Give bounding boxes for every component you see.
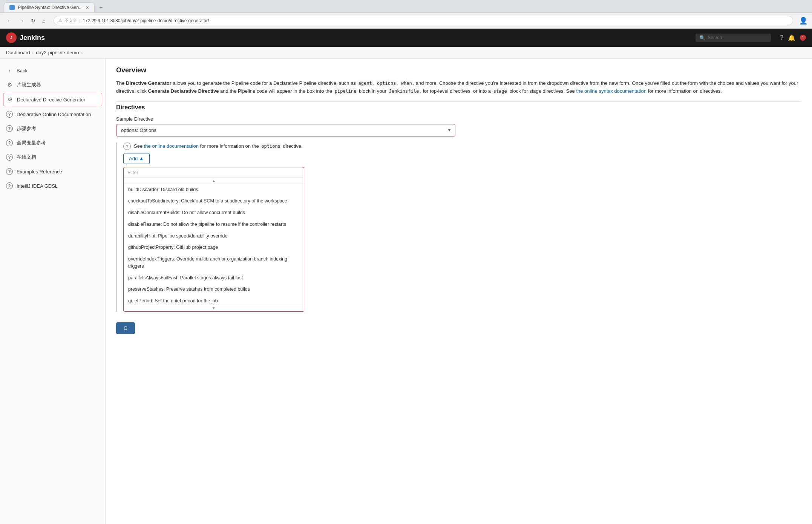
breadcrumb-sep-1: ›	[32, 51, 34, 55]
header-icons: ? 🔔 1	[780, 34, 806, 41]
overview-text-8: , for top-level directives, or into a	[420, 88, 492, 94]
sidebar-item-steps-reference[interactable]: ? 步骤参考	[0, 121, 105, 136]
breadcrumb-pipeline-demo[interactable]: day2-pipeline-demo	[36, 50, 79, 55]
overview-text-2: allows you to generate the Pipeline code…	[172, 80, 357, 86]
reload-button[interactable]: ↻	[29, 17, 38, 25]
sample-directive-wrapper: options: Options ▼	[116, 124, 455, 136]
dropdown-item-0[interactable]: buildDiscarder: Discard old builds	[124, 184, 304, 196]
overview-paragraph: The Directive Generator allows you to ge…	[116, 80, 801, 95]
question-icon-global: ?	[6, 139, 13, 146]
jenkins-header: J Jenkins 🔍 ? 🔔 1	[0, 29, 812, 47]
options-section: ? See the online documentation for more …	[116, 142, 801, 312]
question-icon-steps: ?	[6, 125, 13, 132]
help-text-prefix: See	[134, 143, 144, 149]
filter-dropdown: ▲ buildDiscarder: Discard old buildschec…	[123, 167, 304, 312]
gear-icon-snippet: ⚙	[6, 81, 13, 88]
sidebar-item-examples[interactable]: ? Examples Reference	[0, 164, 105, 179]
overview-code-2: options	[376, 80, 397, 86]
security-icon: ⚠	[58, 18, 62, 23]
overview-text-6: and the Pipeline code will appear in the…	[219, 88, 333, 94]
dropdown-item-5[interactable]: githubProjectProperty: GitHub project pa…	[124, 242, 304, 253]
security-label: 不安全	[64, 18, 77, 23]
jenkins-logo-icon: J	[6, 32, 17, 43]
sidebar-item-snippet-generator[interactable]: ⚙ 片段生成器	[0, 78, 105, 92]
overview-text-10: for more information on directives.	[647, 88, 722, 94]
sample-directive-select[interactable]: options: Options	[116, 124, 455, 136]
help-code: options	[260, 143, 282, 149]
help-icon[interactable]: ?	[780, 34, 783, 41]
active-tab[interactable]: Pipeline Syntax: Directive Gen... ✕	[4, 2, 95, 12]
search-input[interactable]	[708, 35, 767, 40]
dropdown-item-7[interactable]: parallelsAlwaysFailFast: Parallel stages…	[124, 272, 304, 284]
sidebar-label-steps: 步骤参考	[17, 125, 36, 132]
home-button[interactable]: ⌂	[40, 17, 47, 25]
overview-code-1: agent	[357, 80, 373, 86]
sidebar-item-back[interactable]: ↑ Back	[0, 63, 105, 78]
dropdown-item-6[interactable]: overrideIndexTriggers: Override multibra…	[124, 253, 304, 272]
content-area: Overview The Directive Generator allows …	[106, 59, 812, 524]
dropdown-item-1[interactable]: checkoutToSubdirectory: Check out SCM to…	[124, 195, 304, 207]
notification-icon[interactable]: 🔔	[788, 34, 795, 41]
sidebar-item-global-variables[interactable]: ? 全局变量参考	[0, 136, 105, 150]
new-tab-button[interactable]: +	[96, 3, 106, 12]
overview-code-3: when	[400, 80, 413, 86]
notification-badge: 1	[800, 35, 806, 41]
overview-code-4: pipeline	[334, 88, 358, 94]
overview-text-3: ,	[373, 80, 376, 86]
overview-text-1: The	[116, 80, 126, 86]
options-help-text: See the online documentation for more in…	[134, 143, 303, 149]
question-icon-intellij: ?	[6, 182, 13, 189]
scroll-down-indicator[interactable]: ▼	[124, 305, 304, 311]
add-button[interactable]: Add ▲	[123, 153, 150, 164]
scroll-up-indicator[interactable]: ▲	[124, 178, 304, 184]
jenkins-logo: J Jenkins	[6, 32, 45, 43]
help-question-icon[interactable]: ?	[123, 142, 131, 150]
filter-input-wrap	[124, 167, 304, 178]
sidebar-item-intellij[interactable]: ? IntelliJ IDEA GDSL	[0, 179, 105, 193]
nav-controls: ← → ↻ ⌂	[5, 17, 47, 25]
dropdown-list: buildDiscarder: Discard old buildschecko…	[124, 184, 304, 305]
forward-button[interactable]: →	[17, 17, 26, 25]
dropdown-item-9[interactable]: quietPeriod: Set the quiet period for th…	[124, 295, 304, 305]
url-bar[interactable]: ⚠ 不安全 | 172.29.9.101:8080/job/day2-pipel…	[54, 16, 793, 25]
back-button[interactable]: ←	[5, 17, 14, 25]
question-icon-examples: ?	[6, 168, 13, 175]
overview-code-5: Jenkinsfile	[388, 88, 420, 94]
directives-title: Directives	[116, 101, 801, 111]
breadcrumb-sep-2: ›	[81, 51, 83, 55]
help-text-middle: for more information on the	[199, 143, 260, 149]
overview-bold-1: Directive Generator	[126, 80, 172, 86]
browser-bar: ← → ↻ ⌂ ⚠ 不安全 | 172.29.9.101:8080/job/da…	[0, 13, 812, 29]
generate-button[interactable]: G	[116, 322, 135, 334]
search-box[interactable]: 🔍	[696, 34, 771, 42]
search-icon: 🔍	[699, 35, 705, 41]
overview-text-4: ,	[397, 80, 400, 86]
sidebar-item-declarative-docs[interactable]: ? Declarative Online Documentation	[0, 107, 105, 121]
sample-directive-label: Sample Directive	[116, 116, 801, 122]
dropdown-item-8[interactable]: preserveStashes: Preserve stashes from c…	[124, 283, 304, 295]
dropdown-item-2[interactable]: disableConcurrentBuilds: Do not allow co…	[124, 207, 304, 219]
sidebar-label-global: 全局变量参考	[17, 139, 46, 146]
sidebar-item-directive-generator[interactable]: ⚙ Declarative Directive Generator	[3, 93, 102, 106]
sidebar-item-online-docs[interactable]: ? 在线文档	[0, 150, 105, 164]
overview-text-9: block for stage directives. See	[508, 88, 576, 94]
jenkins-logo-text: Jenkins	[20, 34, 45, 42]
sidebar-label-examples: Examples Reference	[17, 169, 62, 175]
dropdown-item-3[interactable]: disableResume: Do not allow the pipeline…	[124, 219, 304, 230]
sidebar-label-declarative-docs: Declarative Online Documentation	[17, 112, 91, 117]
help-link[interactable]: the online documentation	[144, 143, 199, 149]
breadcrumb-dashboard[interactable]: Dashboard	[6, 50, 30, 55]
breadcrumb: Dashboard › day2-pipeline-demo ›	[0, 47, 812, 59]
sidebar-label-directive: Declarative Directive Generator	[17, 97, 85, 103]
sidebar-label-back: Back	[17, 68, 28, 74]
gear-icon-directive: ⚙	[6, 96, 13, 103]
main-layout: ↑ Back ⚙ 片段生成器 ⚙ Declarative Directive G…	[0, 59, 812, 524]
help-text-suffix: directive.	[282, 143, 303, 149]
url-text: 172.29.9.101:8080/job/day2-pipeline-demo…	[83, 18, 209, 23]
overview-link[interactable]: the online syntax documentation	[576, 88, 646, 94]
filter-input[interactable]	[127, 170, 300, 175]
options-help-row: ? See the online documentation for more …	[123, 142, 801, 150]
dropdown-item-4[interactable]: durabilityHint: Pipeline speed/durabilit…	[124, 230, 304, 242]
question-icon-docs: ?	[6, 111, 13, 118]
tab-close-icon[interactable]: ✕	[86, 5, 89, 10]
